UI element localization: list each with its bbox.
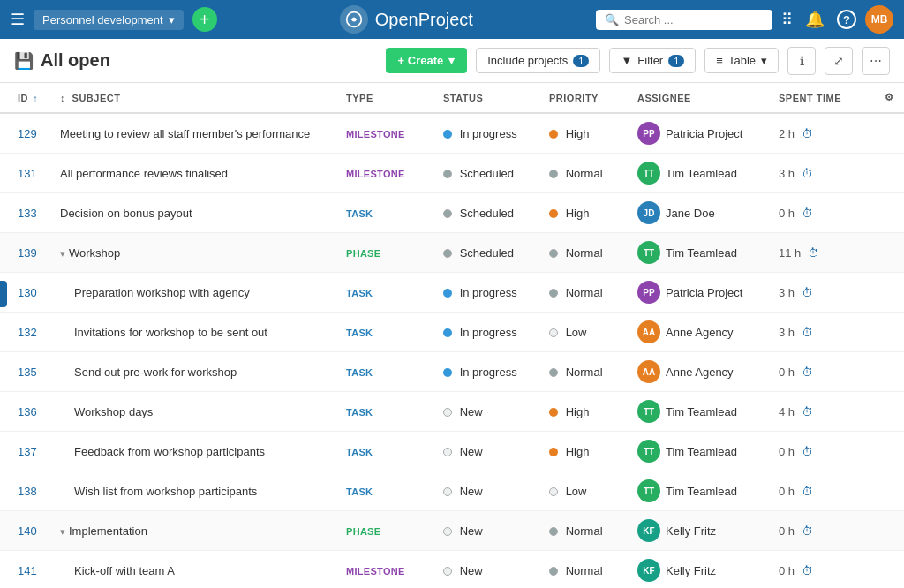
expand-row-icon[interactable]: ▾	[60, 248, 65, 259]
cell-assignee: TT Tim Teamlead	[630, 154, 772, 193]
bell-icon[interactable]: 🔔	[805, 10, 825, 29]
id-link[interactable]: 138	[18, 485, 37, 498]
assignee-name: Tim Teamlead	[666, 445, 737, 458]
cell-id: 138	[0, 471, 53, 511]
col-header-assignee[interactable]: ASSIGNEE	[630, 83, 772, 113]
status-text: New	[460, 564, 483, 577]
id-link[interactable]: 132	[18, 326, 37, 339]
info-button[interactable]: ℹ	[787, 47, 816, 75]
priority-text: Normal	[566, 167, 603, 180]
status-text: New	[460, 485, 483, 498]
cell-status: New	[436, 471, 542, 511]
toolbar: 💾 All open + Create ▾ Include projects 1…	[0, 39, 904, 83]
save-icon[interactable]: 💾	[14, 51, 34, 71]
side-indicator[interactable]	[0, 281, 7, 307]
help-icon[interactable]: ?	[837, 10, 856, 29]
cell-subject: All performance reviews finalised	[53, 154, 339, 193]
type-badge: MILESTONE	[346, 129, 405, 139]
table-header: ID ↑ ↕ SUBJECT TYPE STATUS PRIORITY ASSI…	[0, 83, 904, 113]
expand-row-icon[interactable]: ▾	[60, 526, 65, 537]
assignee-name: Tim Teamlead	[666, 246, 737, 260]
cell-id: 133	[0, 193, 53, 233]
grid-icon[interactable]: ⠿	[781, 10, 793, 29]
clock-icon[interactable]: ⏱	[802, 405, 813, 418]
col-header-subject[interactable]: ↕ SUBJECT	[53, 83, 339, 113]
clock-icon[interactable]: ⏱	[802, 524, 813, 538]
cell-id: 131	[0, 154, 53, 193]
id-link[interactable]: 129	[18, 127, 37, 140]
table-row: 131 All performance reviews finalised MI…	[0, 154, 904, 193]
table-button[interactable]: ≡ Table ▾	[704, 48, 779, 73]
id-link[interactable]: 135	[18, 366, 37, 379]
user-avatar[interactable]: MB	[865, 5, 893, 34]
cell-type: MILESTONE	[339, 113, 436, 154]
col-header-gear[interactable]: ⚙	[878, 83, 904, 113]
cell-status: In progress	[436, 113, 542, 154]
include-projects-button[interactable]: Include projects 1	[476, 48, 600, 73]
id-link[interactable]: 131	[18, 167, 37, 180]
status-dot-icon	[443, 408, 452, 417]
col-header-priority[interactable]: PRIORITY	[542, 83, 630, 113]
id-link[interactable]: 139	[18, 246, 37, 260]
clock-icon[interactable]: ⏱	[802, 167, 813, 180]
create-button[interactable]: + Create ▾	[386, 48, 468, 73]
id-link[interactable]: 137	[18, 445, 37, 458]
id-link[interactable]: 136	[18, 405, 37, 418]
id-link[interactable]: 133	[18, 207, 37, 220]
clock-icon[interactable]: ⏱	[802, 564, 813, 577]
table-row: 136 Workshop days TASK New High TT Tim T…	[0, 392, 904, 432]
filter-button[interactable]: ▼ Filter 1	[609, 48, 696, 73]
priority-text: Normal	[566, 366, 603, 379]
col-header-spent-time[interactable]: SPENT TIME	[772, 83, 878, 113]
clock-icon[interactable]: ⏱	[808, 246, 819, 260]
assignee-cell: TT Tim Teamlead	[637, 479, 765, 502]
project-selector[interactable]: Personnel development ▾	[34, 10, 184, 30]
id-link[interactable]: 141	[18, 564, 37, 577]
cell-spent-time: 3 h ⏱	[772, 154, 878, 193]
filter-icon: ▼	[621, 54, 632, 67]
cell-id: 140	[0, 511, 53, 551]
add-project-button[interactable]: +	[192, 7, 217, 32]
table-row: 130 Preparation workshop with agency TAS…	[0, 273, 904, 313]
id-link[interactable]: 130	[18, 286, 37, 299]
clock-icon[interactable]: ⏱	[802, 207, 813, 220]
cell-priority: Normal	[542, 511, 630, 551]
cell-subject: Wish list from workshop participants	[53, 471, 339, 511]
table-row: 133 Decision on bonus payout TASK Schedu…	[0, 193, 904, 233]
col-header-type[interactable]: TYPE	[339, 83, 436, 113]
id-link[interactable]: 140	[18, 524, 37, 538]
status-text: New	[460, 524, 483, 538]
cell-gear	[878, 313, 904, 352]
cell-id: 130	[0, 273, 53, 313]
more-button[interactable]: ⋯	[862, 47, 890, 75]
clock-icon[interactable]: ⏱	[802, 445, 813, 458]
cell-type: PHASE	[339, 511, 436, 551]
clock-icon[interactable]: ⏱	[802, 366, 813, 379]
col-header-status[interactable]: STATUS	[436, 83, 542, 113]
cell-assignee: KF Kelly Fritz	[630, 511, 772, 551]
clock-icon[interactable]: ⏱	[802, 286, 813, 299]
table-label: Table	[728, 54, 756, 67]
type-badge: TASK	[346, 447, 373, 457]
table-row: 140 ▾Implementation PHASE New Normal KF …	[0, 511, 904, 551]
cell-type: PHASE	[339, 233, 436, 273]
assignee-name: Tim Teamlead	[666, 167, 737, 180]
cell-assignee: TT Tim Teamlead	[630, 432, 772, 471]
status-text: Scheduled	[460, 167, 514, 180]
priority-text: High	[566, 405, 590, 418]
expand-icon: ⤢	[833, 54, 844, 68]
col-header-id[interactable]: ID ↑	[0, 83, 53, 113]
status-dot-icon	[443, 249, 452, 258]
sort-icon-id[interactable]: ↑	[34, 94, 39, 103]
clock-icon[interactable]: ⏱	[802, 326, 813, 339]
clock-icon[interactable]: ⏱	[802, 485, 813, 498]
cell-id: 139	[0, 233, 53, 273]
cell-type: MILESTONE	[339, 154, 436, 193]
hamburger-icon[interactable]: ☰	[11, 10, 25, 29]
cell-id: 136	[0, 392, 53, 432]
clock-icon[interactable]: ⏱	[802, 127, 813, 140]
expand-button[interactable]: ⤢	[825, 47, 853, 75]
subject-text: Meeting to review all staff member's per…	[60, 127, 310, 140]
search-box[interactable]: 🔍	[596, 10, 772, 30]
search-input[interactable]	[624, 13, 764, 26]
